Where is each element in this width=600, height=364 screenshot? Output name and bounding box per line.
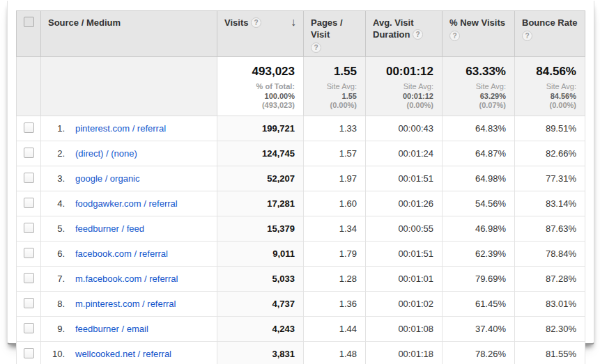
summary-visits: 493,023 % of Total: 100.00% (493,023) [217, 57, 304, 116]
row-checkbox[interactable] [24, 323, 34, 333]
pages-per-visit-value: 1.48 [304, 342, 366, 364]
pages-per-visit-value: 1.36 [304, 292, 366, 317]
help-icon[interactable]: ? [413, 29, 423, 40]
avg-visit-duration-value: 00:01:24 [366, 141, 443, 166]
row-checkbox[interactable] [24, 122, 34, 133]
column-label: Pages / Visit [311, 17, 343, 40]
percent-new-visits-value: 64.83% [443, 116, 515, 141]
source-medium-link[interactable]: wellcooked.net / referral [75, 349, 171, 359]
visits-value: 52,207 [217, 166, 304, 191]
help-icon[interactable]: ? [522, 31, 532, 41]
row-index: 7. [49, 274, 65, 284]
help-icon[interactable]: ? [251, 17, 261, 28]
column-label: Bounce Rate [522, 17, 577, 28]
select-all-checkbox[interactable] [24, 17, 34, 27]
pages-per-visit-value: 1.28 [304, 267, 366, 292]
visits-value: 4,737 [217, 292, 304, 317]
pages-per-visit-value: 1.57 [304, 141, 366, 166]
source-medium-link[interactable]: (direct) / (none) [75, 148, 137, 159]
summary-row: 493,023 % of Total: 100.00% (493,023) 1.… [17, 57, 585, 116]
row-index: 9. [49, 324, 65, 334]
column-header-bounce-rate[interactable]: Bounce Rate ? [515, 11, 585, 57]
percent-new-visits-value: 64.87% [443, 141, 515, 166]
pages-per-visit-value: 1.79 [304, 242, 366, 267]
summary-duration-value: 00:01:12 [373, 64, 433, 79]
row-index: 5. [49, 223, 65, 234]
report-card: Source / Medium ↓ Visits ? Pages / Visit… [7, 1, 594, 345]
column-header-new-visits[interactable]: % New Visits ? [443, 11, 515, 57]
row-index: 2. [49, 148, 65, 159]
sort-desc-icon[interactable]: ↓ [291, 17, 296, 28]
row-select-cell [17, 317, 41, 342]
bounce-rate-value: 82.66% [515, 141, 585, 166]
summary-label: Site Avg: [546, 82, 576, 90]
row-checkbox[interactable] [24, 248, 34, 258]
source-medium-link[interactable]: pinterest.com / referral [75, 123, 166, 134]
source-medium-cell: 10.wellcooked.net / referral [41, 342, 217, 364]
source-medium-cell: 3.google / organic [41, 166, 217, 191]
summary-new-visits: 63.33% Site Avg: 63.29% (0.07%) [443, 57, 515, 116]
summary-label: Site Avg: [327, 82, 357, 90]
source-medium-link[interactable]: feedburner / feed [75, 223, 144, 234]
summary-label: Site Avg: [403, 82, 433, 90]
avg-visit-duration-value: 00:01:26 [366, 191, 443, 216]
table-row: 10.wellcooked.net / referral 3,831 1.48 … [17, 342, 585, 364]
table-row: 3.google / organic 52,207 1.97 00:01:51 … [17, 166, 585, 191]
help-icon[interactable]: ? [449, 31, 460, 41]
row-select-cell [17, 267, 41, 292]
column-header-pages-visit[interactable]: Pages / Visit ? [304, 11, 366, 57]
row-checkbox[interactable] [24, 348, 34, 358]
source-medium-link[interactable]: foodgawker.com / referral [75, 198, 178, 209]
column-label: Visits [224, 17, 248, 28]
table-row: 7.m.facebook.com / referral 5,033 1.28 0… [17, 267, 585, 292]
column-header-visits[interactable]: ↓ Visits ? [217, 11, 304, 57]
bounce-rate-value: 83.01% [515, 292, 585, 317]
row-checkbox[interactable] [24, 198, 34, 208]
sources-table: Source / Medium ↓ Visits ? Pages / Visit… [16, 10, 585, 364]
percent-new-visits-value: 78.26% [443, 342, 515, 364]
summary-visits-value: 493,023 [224, 64, 295, 79]
column-header-avg-duration[interactable]: Avg. Visit Duration ? [366, 11, 443, 57]
source-medium-cell: 2.(direct) / (none) [41, 141, 217, 166]
row-select-cell [17, 242, 41, 267]
bounce-rate-value: 87.63% [515, 216, 585, 242]
summary-delta: (493,023) [224, 101, 295, 110]
column-header-source-medium[interactable]: Source / Medium [41, 11, 217, 57]
row-index: 8. [49, 299, 65, 309]
row-select-cell [17, 166, 41, 191]
row-checkbox[interactable] [24, 148, 34, 158]
source-medium-cell: 5.feedburner / feed [41, 216, 217, 242]
percent-new-visits-value: 54.56% [443, 191, 515, 216]
summary-empty-cell [41, 57, 217, 116]
row-checkbox[interactable] [24, 273, 34, 283]
help-icon[interactable]: ? [311, 42, 321, 53]
source-medium-link[interactable]: feedburner / email [75, 324, 148, 334]
row-checkbox[interactable] [24, 223, 34, 233]
source-medium-cell: 1.pinterest.com / referral [41, 116, 217, 141]
visits-value: 17,281 [217, 191, 304, 216]
visits-value: 15,379 [217, 216, 304, 242]
avg-visit-duration-value: 00:01:51 [366, 166, 443, 191]
table-row: 2.(direct) / (none) 124,745 1.57 00:01:2… [17, 141, 585, 166]
visits-value: 3,831 [217, 342, 304, 364]
summary-bounce-rate: 84.56% Site Avg: 84.56% (0.00%) [515, 57, 585, 116]
bounce-rate-value: 81.55% [515, 342, 585, 364]
row-checkbox[interactable] [24, 173, 34, 183]
row-checkbox[interactable] [24, 298, 34, 308]
row-index: 10. [49, 349, 65, 359]
source-medium-link[interactable]: m.facebook.com / referral [75, 274, 178, 284]
visits-value: 4,243 [217, 317, 304, 342]
row-select-cell [17, 141, 41, 166]
source-medium-link[interactable]: m.pinterest.com / referral [75, 299, 176, 309]
visits-value: 9,011 [217, 242, 304, 267]
summary-pages-visit: 1.55 Site Avg: 1.55 (0.00%) [304, 57, 366, 116]
source-medium-link[interactable]: facebook.com / referral [75, 248, 168, 259]
source-medium-cell: 8.m.pinterest.com / referral [41, 292, 217, 317]
avg-visit-duration-value: 00:01:08 [366, 317, 443, 342]
table-row: 5.feedburner / feed 15,379 1.34 00:00:55… [17, 216, 585, 242]
source-medium-link[interactable]: google / organic [75, 173, 140, 184]
avg-visit-duration-value: 00:00:55 [366, 216, 443, 242]
summary-bounce-value: 84.56% [522, 64, 576, 79]
row-index: 3. [49, 173, 65, 184]
row-select-cell [17, 342, 41, 364]
